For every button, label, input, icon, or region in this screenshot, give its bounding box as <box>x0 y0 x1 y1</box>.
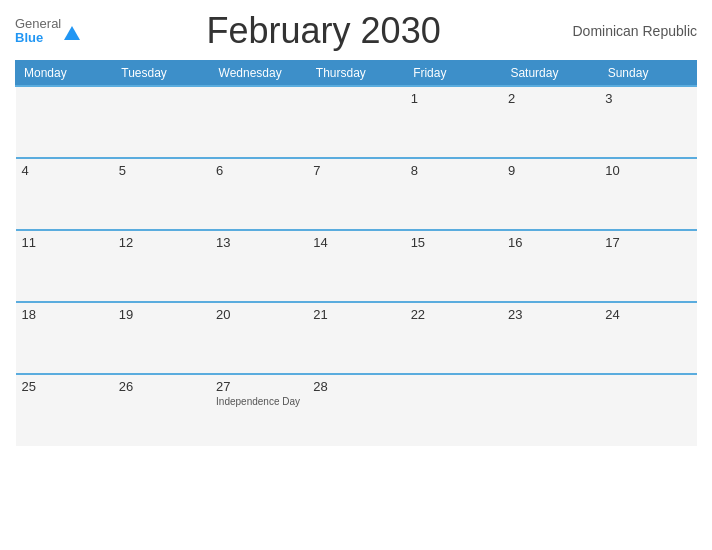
day-number: 27 <box>216 379 301 394</box>
calendar-week-row: 11121314151617 <box>16 230 697 302</box>
calendar-week-row: 123 <box>16 86 697 158</box>
calendar-day-cell: 28 <box>307 374 404 446</box>
day-number: 16 <box>508 235 593 250</box>
day-number: 25 <box>22 379 107 394</box>
calendar-day-cell: 27Independence Day <box>210 374 307 446</box>
calendar-day-cell: 26 <box>113 374 210 446</box>
day-number: 2 <box>508 91 593 106</box>
calendar-day-cell <box>405 374 502 446</box>
day-number: 1 <box>411 91 496 106</box>
day-number: 26 <box>119 379 204 394</box>
calendar-day-cell: 17 <box>599 230 696 302</box>
day-number: 23 <box>508 307 593 322</box>
calendar-day-cell: 4 <box>16 158 113 230</box>
calendar-day-cell: 6 <box>210 158 307 230</box>
calendar-day-cell <box>599 374 696 446</box>
calendar-day-cell: 2 <box>502 86 599 158</box>
calendar-day-cell: 14 <box>307 230 404 302</box>
day-number: 28 <box>313 379 398 394</box>
day-number: 18 <box>22 307 107 322</box>
day-number: 15 <box>411 235 496 250</box>
day-number: 19 <box>119 307 204 322</box>
calendar-day-cell: 13 <box>210 230 307 302</box>
holiday-label: Independence Day <box>216 396 301 407</box>
calendar-day-cell: 25 <box>16 374 113 446</box>
col-saturday: Saturday <box>502 61 599 87</box>
calendar-day-cell: 23 <box>502 302 599 374</box>
day-number: 14 <box>313 235 398 250</box>
day-number: 4 <box>22 163 107 178</box>
day-number: 17 <box>605 235 690 250</box>
logo-text: General Blue <box>15 17 61 46</box>
day-number: 6 <box>216 163 301 178</box>
logo: General Blue <box>15 17 80 46</box>
day-number: 11 <box>22 235 107 250</box>
calendar-day-cell: 1 <box>405 86 502 158</box>
day-number: 22 <box>411 307 496 322</box>
page-container: General Blue February 2030 Dominican Rep… <box>0 0 712 550</box>
calendar-day-cell: 9 <box>502 158 599 230</box>
weekday-header-row: Monday Tuesday Wednesday Thursday Friday… <box>16 61 697 87</box>
calendar-day-cell <box>307 86 404 158</box>
calendar-day-cell: 19 <box>113 302 210 374</box>
logo-triangle-icon <box>64 26 80 40</box>
day-number: 3 <box>605 91 690 106</box>
calendar-day-cell <box>16 86 113 158</box>
calendar-day-cell: 21 <box>307 302 404 374</box>
calendar-day-cell <box>210 86 307 158</box>
day-number: 12 <box>119 235 204 250</box>
calendar-table: Monday Tuesday Wednesday Thursday Friday… <box>15 60 697 446</box>
logo-blue: Blue <box>15 31 61 45</box>
calendar-week-row: 252627Independence Day28 <box>16 374 697 446</box>
calendar-day-cell: 5 <box>113 158 210 230</box>
calendar-day-cell: 22 <box>405 302 502 374</box>
calendar-day-cell: 10 <box>599 158 696 230</box>
calendar-day-cell: 8 <box>405 158 502 230</box>
calendar-day-cell: 7 <box>307 158 404 230</box>
calendar-week-row: 18192021222324 <box>16 302 697 374</box>
col-sunday: Sunday <box>599 61 696 87</box>
calendar-day-cell <box>502 374 599 446</box>
logo-general: General <box>15 17 61 31</box>
day-number: 8 <box>411 163 496 178</box>
day-number: 7 <box>313 163 398 178</box>
calendar-header: General Blue February 2030 Dominican Rep… <box>15 10 697 52</box>
col-thursday: Thursday <box>307 61 404 87</box>
calendar-day-cell: 20 <box>210 302 307 374</box>
calendar-day-cell: 15 <box>405 230 502 302</box>
calendar-week-row: 45678910 <box>16 158 697 230</box>
calendar-day-cell: 12 <box>113 230 210 302</box>
col-tuesday: Tuesday <box>113 61 210 87</box>
month-title: February 2030 <box>80 10 567 52</box>
day-number: 21 <box>313 307 398 322</box>
col-monday: Monday <box>16 61 113 87</box>
day-number: 13 <box>216 235 301 250</box>
calendar-day-cell: 16 <box>502 230 599 302</box>
day-number: 24 <box>605 307 690 322</box>
day-number: 20 <box>216 307 301 322</box>
col-wednesday: Wednesday <box>210 61 307 87</box>
calendar-day-cell: 18 <box>16 302 113 374</box>
calendar-day-cell: 11 <box>16 230 113 302</box>
country-label: Dominican Republic <box>567 23 697 39</box>
calendar-day-cell <box>113 86 210 158</box>
calendar-day-cell: 24 <box>599 302 696 374</box>
day-number: 10 <box>605 163 690 178</box>
day-number: 5 <box>119 163 204 178</box>
day-number: 9 <box>508 163 593 178</box>
col-friday: Friday <box>405 61 502 87</box>
calendar-day-cell: 3 <box>599 86 696 158</box>
